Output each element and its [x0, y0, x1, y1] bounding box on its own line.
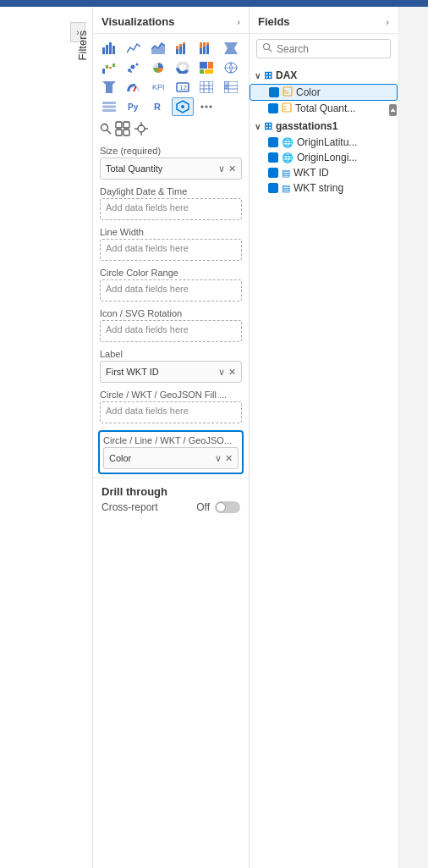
- filters-label[interactable]: Filters: [73, 24, 92, 67]
- svg-rect-65: [123, 130, 129, 135]
- viz-bucket-daylight-drop[interactable]: Add data fields here: [100, 198, 242, 220]
- tree-group-dax-header[interactable]: ∨ ⊞ DAX: [250, 67, 398, 84]
- viz-bucket-geojson-fill-label: Circle / WKT / GeoJSON Fill ...: [100, 390, 242, 400]
- tree-group-dax-chevron: ∨: [255, 71, 261, 80]
- viz-icon-waterfall[interactable]: [98, 58, 120, 77]
- viz-icon-slicer[interactable]: [98, 97, 120, 116]
- tree-item-origin-lat[interactable]: 🌐 OriginLatitu...: [250, 135, 398, 150]
- viz-bucket-label-controls: ∨ ✕: [218, 367, 236, 378]
- tree-item-wkt-id-checkbox[interactable]: [268, 168, 278, 178]
- viz-icon-more[interactable]: [195, 97, 217, 116]
- tree-item-origin-lat-icon: 🌐: [282, 137, 294, 148]
- tree-group-gasstations-header[interactable]: ∨ ⊞ gasstations1: [250, 118, 398, 135]
- viz-icon-area-chart[interactable]: [147, 39, 169, 58]
- svg-rect-3: [112, 46, 115, 54]
- cross-report-label: Cross-report: [102, 501, 158, 513]
- viz-icon-scatter[interactable]: [123, 58, 145, 77]
- viz-bucket-size-value[interactable]: Total Quantity ∨ ✕: [100, 158, 242, 180]
- viz-bucket-highlighted-text: Color: [109, 453, 131, 463]
- svg-rect-16: [206, 42, 209, 45]
- viz-icon-treemap[interactable]: [195, 58, 217, 77]
- svg-rect-20: [112, 64, 115, 67]
- tree-item-origin-lat-checkbox[interactable]: [268, 137, 278, 147]
- viz-buckets-scrollable: Size (required) Total Quantity ∨ ✕ Dayli…: [93, 142, 249, 868]
- fields-header: Fields ›: [250, 7, 398, 34]
- viz-icon-card[interactable]: 123: [172, 78, 194, 97]
- svg-rect-30: [200, 69, 204, 74]
- viz-bucket-highlighted-remove[interactable]: ✕: [225, 453, 233, 464]
- viz-icon-kpi[interactable]: KPI: [147, 78, 169, 97]
- viz-icons-grid: KPI 123 Py R: [93, 34, 249, 118]
- viz-format-icon[interactable]: [134, 121, 149, 139]
- svg-rect-39: [200, 81, 213, 93]
- svg-rect-51: [102, 106, 116, 108]
- viz-icon-funnel[interactable]: [98, 78, 120, 97]
- tree-item-origin-long-checkbox[interactable]: [268, 152, 278, 163]
- viz-bucket-label-remove[interactable]: ✕: [228, 367, 236, 378]
- viz-bucket-icon-svg-label: Icon / SVG Rotation: [100, 308, 242, 318]
- svg-point-23: [135, 64, 138, 66]
- viz-bucket-geojson-fill-drop[interactable]: Add data fields here: [100, 401, 242, 423]
- viz-bucket-size-remove[interactable]: ✕: [228, 163, 236, 174]
- viz-icon-matrix[interactable]: [220, 78, 242, 97]
- fields-tree: ∨ ⊞ DAX fx Color Σ: [250, 64, 398, 868]
- viz-bucket-linewidth-drop[interactable]: Add data fields here: [100, 239, 242, 261]
- svg-marker-77: [391, 108, 396, 112]
- svg-point-57: [201, 106, 204, 108]
- tree-item-color-icon: fx: [283, 86, 293, 98]
- tree-item-origin-long[interactable]: 🌐 OriginLongi...: [250, 150, 398, 165]
- tree-item-wkt-string-checkbox[interactable]: [268, 183, 278, 193]
- viz-bucket-highlighted-value[interactable]: Color ∨ ✕: [103, 447, 239, 469]
- svg-point-56: [181, 105, 184, 108]
- viz-icon-line-chart[interactable]: [123, 39, 145, 58]
- viz-bucket-size-controls: ∨ ✕: [218, 163, 236, 174]
- viz-bucket-label: Label First WKT ID ∨ ✕: [93, 346, 249, 386]
- viz-bucket-daylight: Daylight Date & Time Add data fields her…: [93, 183, 249, 224]
- viz-bucket-circle-color-drop[interactable]: Add data fields here: [100, 279, 242, 301]
- viz-bucket-icon-svg-drop[interactable]: Add data fields here: [100, 320, 242, 342]
- viz-icon-stacked-bar[interactable]: [172, 39, 194, 58]
- viz-expand-icon[interactable]: ›: [237, 17, 240, 27]
- fields-search-input[interactable]: [277, 43, 385, 55]
- viz-icon-bar-chart[interactable]: [98, 39, 120, 58]
- viz-bucket-size-text: Total Quantity: [106, 163, 162, 174]
- drill-section: Drill through Cross-report Off: [93, 478, 249, 520]
- viz-icon-pie[interactable]: [147, 58, 169, 77]
- tree-item-color-label: Color: [296, 86, 321, 98]
- tree-group-dax-label: DAX: [276, 69, 297, 81]
- viz-icon-r[interactable]: R: [147, 97, 169, 116]
- viz-bucket-label-value[interactable]: First WKT ID ∨ ✕: [100, 361, 242, 383]
- viz-icon-ribbon[interactable]: [220, 39, 242, 58]
- svg-rect-14: [203, 42, 206, 47]
- svg-point-22: [130, 65, 134, 69]
- tree-item-color[interactable]: fx Color: [250, 84, 398, 101]
- svg-rect-15: [206, 45, 209, 54]
- viz-icon-custom-map[interactable]: [172, 97, 194, 116]
- tree-item-total-quant[interactable]: Σ Total Quant...: [250, 101, 398, 116]
- viz-search-icon[interactable]: [100, 123, 112, 137]
- viz-icon-gauge[interactable]: [123, 78, 145, 97]
- viz-icon-python[interactable]: Py: [123, 97, 145, 116]
- viz-bucket-highlighted-chevron[interactable]: ∨: [215, 453, 222, 464]
- viz-icon-100-bar[interactable]: [195, 39, 217, 58]
- tree-item-wkt-string[interactable]: ▤ WKT string: [250, 180, 398, 196]
- svg-rect-0: [102, 47, 105, 54]
- svg-rect-31: [205, 69, 213, 74]
- tree-item-origin-long-icon: 🌐: [282, 152, 294, 163]
- fields-expand-icon[interactable]: ›: [386, 17, 389, 27]
- viz-build-icon[interactable]: [115, 121, 130, 139]
- viz-bucket-label-chevron[interactable]: ∨: [218, 367, 225, 378]
- viz-icon-donut[interactable]: [172, 58, 194, 77]
- svg-line-61: [107, 130, 111, 134]
- svg-text:KPI: KPI: [152, 83, 165, 91]
- tree-item-color-checkbox[interactable]: [269, 87, 279, 97]
- svg-rect-1: [106, 45, 108, 54]
- tree-item-total-quant-checkbox[interactable]: [268, 103, 278, 113]
- cross-report-toggle[interactable]: [215, 501, 240, 513]
- viz-title: Visualizations: [102, 15, 174, 28]
- scroll-up-indicator[interactable]: [389, 104, 397, 116]
- viz-icon-map[interactable]: [220, 58, 242, 77]
- viz-icon-table[interactable]: [195, 78, 217, 97]
- tree-item-wkt-id[interactable]: ▤ WKT ID: [250, 165, 398, 180]
- viz-bucket-size-chevron[interactable]: ∨: [218, 163, 225, 174]
